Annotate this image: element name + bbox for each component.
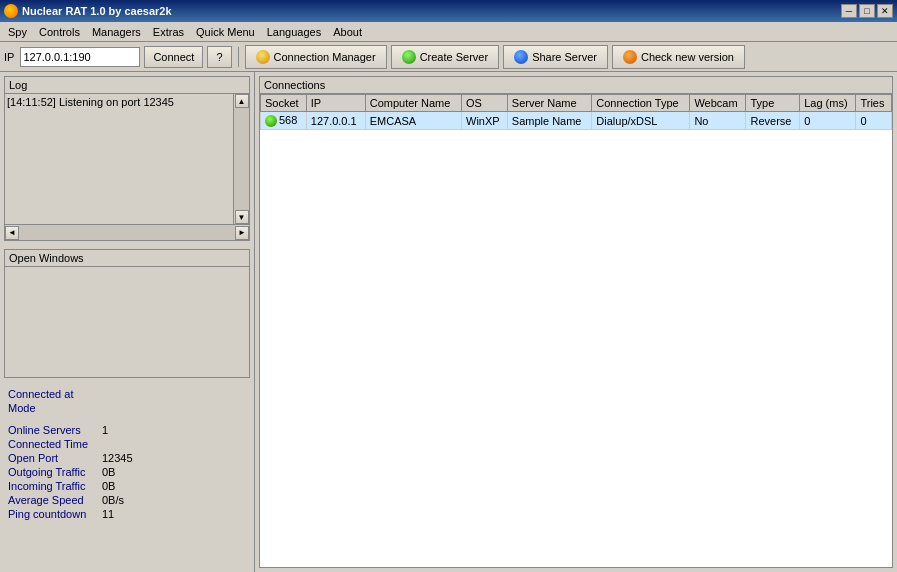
menu-managers[interactable]: Managers [86, 24, 147, 40]
cell-connection-type: Dialup/xDSL [592, 112, 690, 130]
menu-spy[interactable]: Spy [2, 24, 33, 40]
app-icon [4, 4, 18, 18]
outgoing-traffic-row: Outgoing Traffic 0B [8, 466, 246, 478]
minimize-button[interactable]: ─ [841, 4, 857, 18]
connections-label: Connections [260, 77, 892, 94]
title-bar-controls[interactable]: ─ □ ✕ [841, 4, 893, 18]
toolbar: IP Connect ? Connection Manager Create S… [0, 42, 897, 72]
connection-manager-icon [256, 50, 270, 64]
connection-status-icon [265, 115, 277, 127]
average-speed-value: 0B/s [102, 494, 124, 506]
open-port-value: 12345 [102, 452, 133, 464]
col-webcam: Webcam [690, 95, 746, 112]
menu-quick-menu[interactable]: Quick Menu [190, 24, 261, 40]
cell-os: WinXP [462, 112, 508, 130]
col-socket: Socket [261, 95, 307, 112]
scroll-track [234, 108, 249, 210]
cell-server-name: Sample Name [507, 112, 592, 130]
scroll-up-button[interactable]: ▲ [235, 94, 249, 108]
check-version-button[interactable]: Check new version [612, 45, 745, 69]
open-windows-content [5, 267, 249, 377]
col-os: OS [462, 95, 508, 112]
title-bar: Nuclear RAT 1.0 by caesar2k ─ □ ✕ [0, 0, 897, 22]
log-section: Log [14:11:52] Listening on port 12345 ▲… [4, 76, 250, 241]
col-type: Type [746, 95, 800, 112]
ping-countdown-label: Ping countdown [8, 508, 98, 520]
maximize-button[interactable]: □ [859, 4, 875, 18]
menu-controls[interactable]: Controls [33, 24, 86, 40]
log-inner: [14:11:52] Listening on port 12345 [7, 96, 247, 108]
scroll-down-button[interactable]: ▼ [235, 210, 249, 224]
connection-manager-label: Connection Manager [274, 51, 376, 63]
hscroll-left-button[interactable]: ◄ [5, 226, 19, 240]
connected-at-row: Connected at [8, 388, 246, 400]
ip-label: IP [4, 51, 14, 63]
connections-table: Socket IP Computer Name OS Server Name C… [260, 94, 892, 130]
log-content: [14:11:52] Listening on port 12345 ▲ ▼ [5, 94, 249, 224]
share-server-button[interactable]: Share Server [503, 45, 608, 69]
connected-time-label: Connected Time [8, 438, 98, 450]
average-speed-row: Average Speed 0B/s [8, 494, 246, 506]
ping-countdown-value: 11 [102, 508, 114, 520]
cell-lag: 0 [800, 112, 856, 130]
menu-about[interactable]: About [327, 24, 368, 40]
incoming-traffic-label: Incoming Traffic [8, 480, 98, 492]
connection-manager-button[interactable]: Connection Manager [245, 45, 387, 69]
create-server-icon [402, 50, 416, 64]
create-server-button[interactable]: Create Server [391, 45, 499, 69]
outgoing-traffic-label: Outgoing Traffic [8, 466, 98, 478]
log-entry: [14:11:52] Listening on port 12345 [7, 96, 229, 108]
create-server-label: Create Server [420, 51, 488, 63]
incoming-traffic-row: Incoming Traffic 0B [8, 480, 246, 492]
outgoing-traffic-value: 0B [102, 466, 115, 478]
check-version-icon [623, 50, 637, 64]
ip-input[interactable] [20, 47, 140, 67]
open-windows-label: Open Windows [5, 250, 249, 267]
menu-bar: Spy Controls Managers Extras Quick Menu … [0, 22, 897, 42]
menu-languages[interactable]: Languages [261, 24, 327, 40]
cell-computer-name: EMCASA [365, 112, 461, 130]
cell-socket: 568 [261, 112, 307, 130]
main-layout: Log [14:11:52] Listening on port 12345 ▲… [0, 72, 897, 572]
title-bar-text: Nuclear RAT 1.0 by caesar2k [22, 5, 172, 17]
left-panel: Log [14:11:52] Listening on port 12345 ▲… [0, 72, 255, 572]
mode-row: Mode [8, 402, 246, 414]
col-computer-name: Computer Name [365, 95, 461, 112]
cell-tries: 0 [856, 112, 892, 130]
col-tries: Tries [856, 95, 892, 112]
ping-countdown-row: Ping countdown 11 [8, 508, 246, 520]
open-port-row: Open Port 12345 [8, 452, 246, 464]
hscroll-right-button[interactable]: ► [235, 226, 249, 240]
col-ip: IP [306, 95, 365, 112]
connected-at-label: Connected at [8, 388, 98, 400]
connect-button[interactable]: Connect [144, 46, 203, 68]
col-connection-type: Connection Type [592, 95, 690, 112]
online-servers-label: Online Servers [8, 424, 98, 436]
cell-ip: 127.0.0.1 [306, 112, 365, 130]
open-port-label: Open Port [8, 452, 98, 464]
check-version-label: Check new version [641, 51, 734, 63]
menu-extras[interactable]: Extras [147, 24, 190, 40]
toolbar-separator [238, 47, 239, 67]
connected-time-row: Connected Time [8, 438, 246, 450]
col-server-name: Server Name [507, 95, 592, 112]
connections-body: 568 127.0.0.1 EMCASA WinXP Sample Name D… [261, 112, 892, 130]
open-windows-section: Open Windows [4, 249, 250, 378]
mode-label: Mode [8, 402, 98, 414]
share-server-label: Share Server [532, 51, 597, 63]
help-button[interactable]: ? [207, 46, 231, 68]
log-hscroll[interactable]: ◄ ► [5, 224, 249, 240]
close-button[interactable]: ✕ [877, 4, 893, 18]
log-scrollbar[interactable]: ▲ ▼ [233, 94, 249, 224]
status-panel: Connected at Mode Online Servers 1 Conne… [0, 382, 254, 572]
incoming-traffic-value: 0B [102, 480, 115, 492]
online-servers-value: 1 [102, 424, 108, 436]
online-servers-row: Online Servers 1 [8, 424, 246, 436]
log-label: Log [5, 77, 249, 94]
title-bar-left: Nuclear RAT 1.0 by caesar2k [4, 4, 172, 18]
cell-webcam: No [690, 112, 746, 130]
table-row[interactable]: 568 127.0.0.1 EMCASA WinXP Sample Name D… [261, 112, 892, 130]
col-lag: Lag (ms) [800, 95, 856, 112]
average-speed-label: Average Speed [8, 494, 98, 506]
share-server-icon [514, 50, 528, 64]
